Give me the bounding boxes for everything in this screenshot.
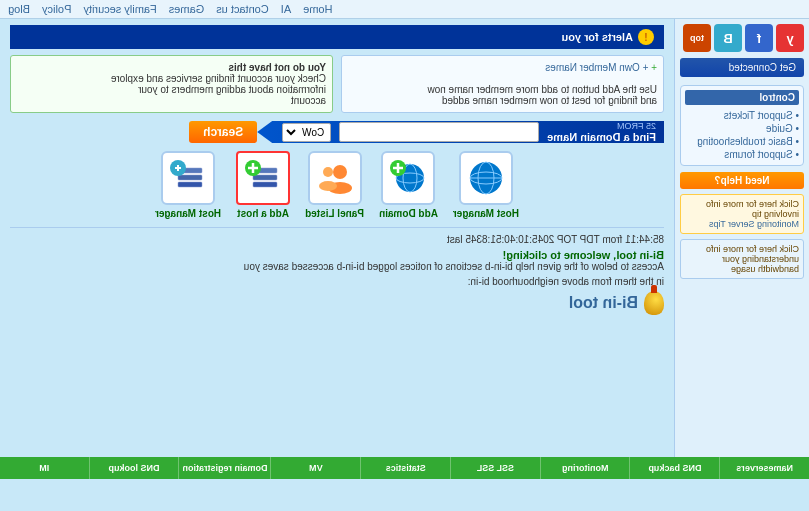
search-from-label: 25 FROM bbox=[547, 121, 656, 131]
help-button[interactable]: Need Help? bbox=[680, 172, 804, 189]
action-icon-domain bbox=[381, 151, 435, 205]
action-icon-host1 bbox=[459, 151, 513, 205]
page-title: Bi-in tool bbox=[569, 294, 638, 312]
icon-blue[interactable]: f bbox=[745, 24, 773, 52]
action-label-host3: Host Manager bbox=[155, 208, 221, 219]
action-panel-listed[interactable]: Panel Listed bbox=[305, 151, 364, 219]
info-columns: + Own Member Names Use the Add button to… bbox=[10, 55, 664, 113]
alert-icon: ! bbox=[638, 29, 654, 45]
action-host-manager-2[interactable]: Host Manager bbox=[155, 151, 221, 219]
icon-teal[interactable]: B bbox=[714, 24, 742, 52]
connect-button[interactable]: Get Connected bbox=[680, 58, 804, 77]
icon-red[interactable]: y bbox=[776, 24, 804, 52]
sidebar-section-title: Control bbox=[685, 90, 799, 105]
info-right-text1: Check your account finding services and … bbox=[111, 73, 326, 84]
sidebar-icon-row: y f B top bbox=[680, 24, 804, 52]
nav-contact[interactable]: Contact us bbox=[216, 3, 269, 15]
action-label-panel: Panel Listed bbox=[305, 208, 364, 219]
bar-dns-lookup[interactable]: DNS lookup bbox=[89, 457, 179, 479]
info-left-text1: Use the Add button to add more member na… bbox=[427, 84, 657, 95]
search-dropdown[interactable]: CoW bbox=[282, 123, 331, 142]
info-col-right: You do not have this Check your account … bbox=[10, 55, 333, 113]
main-content: ! Alerts for you + Own Member Names Use … bbox=[0, 19, 674, 479]
bar-nameservers[interactable]: Nameservers bbox=[719, 457, 809, 479]
time-text: 85:44:11 from TDP TOP 2045:10:40:51:8345… bbox=[10, 234, 664, 245]
bottom-section: 85:44:11 from TDP TOP 2045:10:40:51:8345… bbox=[10, 227, 664, 287]
info-left-text2: and finding for best to now member name … bbox=[442, 95, 657, 106]
actions-row: Host Manager Add Domain bbox=[10, 151, 664, 219]
medal-icon bbox=[644, 291, 664, 315]
infobox-bandwidth[interactable]: Click here for more info understanding y… bbox=[680, 239, 804, 279]
alert-bar: ! Alerts for you bbox=[10, 25, 664, 49]
subtext2: in the them from above neighbourhood bi-… bbox=[10, 276, 664, 287]
bar-ssl[interactable]: SSL SSL bbox=[450, 457, 540, 479]
action-label-host2: Add a host bbox=[237, 208, 289, 219]
search-container: 25 FROM Find a Domain Name CoW Search bbox=[10, 121, 664, 143]
search-labels: 25 FROM Find a Domain Name bbox=[547, 121, 656, 143]
sidebar-link-troubleshoot[interactable]: Basic troubleshooting bbox=[685, 135, 799, 148]
svg-rect-15 bbox=[253, 175, 277, 180]
nav-home[interactable]: Home bbox=[303, 3, 332, 15]
bar-monitoring[interactable]: Monitoring bbox=[540, 457, 630, 479]
sidebar-link-forums[interactable]: Support forums bbox=[685, 148, 799, 161]
top-nav: Home AI Contact us Games Family security… bbox=[0, 0, 809, 19]
sidebar-control-section: Control Support Tickets Guide Basic trou… bbox=[680, 85, 804, 166]
search-button[interactable]: Search bbox=[189, 121, 257, 143]
add-member-link[interactable]: + Own Member Names bbox=[545, 62, 657, 73]
info-col-left: + Own Member Names Use the Add button to… bbox=[341, 55, 664, 113]
nav-policy[interactable]: Policy bbox=[42, 3, 71, 15]
infobox-tips[interactable]: Click here for more info involving tip M… bbox=[680, 194, 804, 234]
bar-vm[interactable]: VM bbox=[271, 457, 361, 479]
svg-point-13 bbox=[319, 181, 337, 191]
subtext: Access to below of the given help bi-in-… bbox=[10, 261, 664, 272]
info-right-text3: account bbox=[291, 95, 326, 106]
sidebar-link-guide[interactable]: Guide bbox=[685, 122, 799, 135]
action-icon-host3 bbox=[161, 151, 215, 205]
action-icon-panel bbox=[308, 151, 362, 205]
bar-domain-reg[interactable]: Domain registration bbox=[178, 457, 270, 479]
main-wrapper: y f B top Get Connected Control Support … bbox=[0, 19, 809, 479]
sidebar: y f B top Get Connected Control Support … bbox=[674, 19, 809, 479]
action-icon-host2 bbox=[236, 151, 290, 205]
sidebar-link-tickets[interactable]: Support Tickets bbox=[685, 109, 799, 122]
nav-blog[interactable]: Blog bbox=[8, 3, 30, 15]
nav-family[interactable]: Family security bbox=[83, 3, 156, 15]
info-right-text2: information about adding members to your bbox=[138, 84, 326, 95]
svg-rect-22 bbox=[178, 182, 202, 187]
action-add-host[interactable]: Add a host bbox=[236, 151, 290, 219]
search-main-label: Find a Domain Name bbox=[547, 131, 656, 143]
action-host-manager-1[interactable]: Host Manager bbox=[453, 151, 519, 219]
nav-ai[interactable]: AI bbox=[281, 3, 291, 15]
welcome-text: Bi-in tool, welcome to clicking! bbox=[10, 249, 664, 261]
bar-im[interactable]: IM bbox=[0, 457, 89, 479]
info-right-title: You do not have this bbox=[228, 62, 326, 73]
search-arrow-bg: 25 FROM Find a Domain Name CoW bbox=[257, 121, 664, 143]
page-title-row: Bi-in tool bbox=[10, 291, 664, 315]
bottom-status-bar: Nameservers DNS backup Monitoring SSL SS… bbox=[0, 457, 809, 479]
search-input[interactable] bbox=[339, 122, 539, 142]
action-label-domain: Add Domain bbox=[379, 208, 438, 219]
bar-dns-backup[interactable]: DNS backup bbox=[630, 457, 720, 479]
alert-text: Alerts for you bbox=[561, 31, 633, 43]
svg-rect-21 bbox=[178, 175, 202, 180]
svg-rect-16 bbox=[253, 182, 277, 187]
svg-point-10 bbox=[333, 165, 347, 179]
bar-statistics[interactable]: Statistics bbox=[360, 457, 450, 479]
svg-point-11 bbox=[323, 167, 333, 177]
action-label-host1: Host Manager bbox=[453, 208, 519, 219]
icon-notification[interactable]: top bbox=[683, 24, 711, 52]
action-add-domain[interactable]: Add Domain bbox=[379, 151, 438, 219]
nav-games[interactable]: Games bbox=[169, 3, 204, 15]
